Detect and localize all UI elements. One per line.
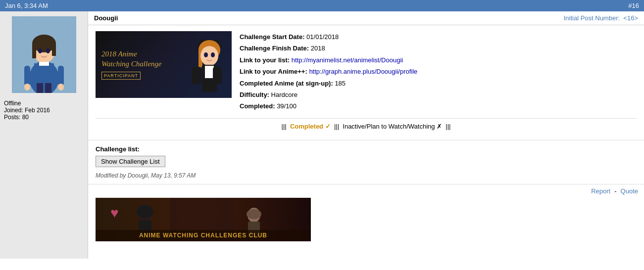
difficulty-value: Hardcore — [271, 91, 297, 98]
list-label: Link to your list: — [240, 56, 290, 64]
svg-point-26 — [211, 52, 215, 57]
svg-rect-18 — [37, 83, 43, 93]
main-container: Offline Joined: Feb 2016 Posts: 80 Dooug… — [0, 11, 644, 259]
challenge-details: Challenge Start Date: 01/01/2018 Challen… — [240, 31, 417, 112]
post-area: Doougii Initial Post Number: <16> 2018 A… — [88, 11, 644, 259]
completed-row: Completed: 39/100 — [240, 100, 417, 112]
svg-rect-29 — [192, 67, 201, 84]
challenge-list-label: Challenge list: — [96, 145, 637, 153]
banner-title: 2018 AnimeWatching Challenge — [101, 49, 176, 69]
svg-point-37 — [247, 209, 261, 219]
list-url-link[interactable]: http://myanimelist.net/animelist/Doougii — [292, 56, 403, 64]
top-bar: Jan 6, 3:34 AM #16 — [0, 0, 644, 11]
finish-date-value: 2018 — [311, 45, 325, 52]
banner-character — [182, 31, 232, 98]
legend-separator: ||| — [334, 123, 339, 130]
post-footer: Report - Quote — [88, 184, 644, 198]
initial-post-label: Initial Post Number: — [564, 14, 620, 22]
list-url-row: Link to your list: http://myanimelist.ne… — [240, 54, 417, 66]
start-date-label: Challenge Start Date: — [240, 33, 304, 41]
svg-rect-19 — [45, 83, 51, 93]
svg-rect-9 — [32, 44, 36, 58]
svg-rect-30 — [213, 67, 222, 84]
preview-banner-text: ANIME WATCHING CHALLENGES CLUB — [96, 232, 311, 239]
svg-rect-28 — [205, 66, 214, 78]
sidebar: Offline Joined: Feb 2016 Posts: 80 — [0, 11, 88, 259]
banner-background: 2018 AnimeWatching Challenge PaRTICIPaNT — [96, 31, 232, 98]
svg-point-11 — [38, 48, 42, 53]
difficulty-label: Difficulty: — [240, 91, 269, 98]
challenge-list-section: Challenge list: Show Challenge List Modi… — [88, 140, 644, 184]
completed-signup-value: 185 — [335, 80, 346, 87]
next-post-preview: ♥ — [88, 198, 644, 241]
svg-rect-10 — [52, 44, 56, 56]
post-number: #16 — [628, 2, 639, 9]
legend-completed-text: Completed ✓ — [290, 123, 331, 130]
svg-point-12 — [46, 48, 50, 53]
svg-point-17 — [58, 84, 64, 90]
anime-url-row: Link to your Anime++: http://graph.anime… — [240, 66, 417, 77]
svg-point-24 — [200, 46, 218, 66]
legend-bar: ||| Completed ✓ ||| Inactive/Plan to Wat… — [96, 118, 637, 134]
start-date-value: 01/01/2018 — [306, 33, 339, 41]
post-header: Doougii Initial Post Number: <16> — [88, 11, 644, 25]
svg-rect-6 — [34, 63, 54, 86]
datetime: Jan 6, 3:34 AM — [5, 2, 48, 9]
post-number-text: Initial Post Number: <16> — [564, 14, 638, 22]
completed-value: 39/100 — [277, 102, 297, 110]
show-challenge-list-button[interactable]: Show Challenge List — [96, 156, 165, 167]
challenge-banner: 2018 AnimeWatching Challenge PaRTICIPaNT — [96, 31, 232, 98]
svg-point-34 — [137, 205, 153, 218]
start-date-row: Challenge Start Date: 01/01/2018 — [240, 31, 417, 43]
completed-label: Completed: — [240, 102, 275, 110]
user-joined: Joined: Feb 2016 — [4, 107, 50, 114]
legend-inactive-text: Inactive/Plan to Watch/Watching ✗ — [343, 123, 442, 130]
preview-banner-inner: ♥ — [96, 198, 311, 241]
banner-badge: PaRTICIPaNT — [101, 72, 141, 80]
initial-post-value: <16> — [623, 14, 638, 22]
challenge-info-block: 2018 AnimeWatching Challenge PaRTICIPaNT — [96, 31, 637, 112]
svg-point-16 — [24, 84, 30, 90]
finish-date-label: Challenge Finish Date: — [240, 45, 309, 52]
finish-date-row: Challenge Finish Date: 2018 — [240, 43, 417, 54]
quote-link[interactable]: Quote — [621, 187, 638, 195]
completed-signup-row: Completed Anime (at sign-up): 185 — [240, 78, 417, 89]
modified-text: Modified by Doougii, May 13, 9:57 AM — [96, 172, 637, 179]
post-body: 2018 AnimeWatching Challenge PaRTICIPaNT — [88, 25, 644, 140]
completed-signup-label: Completed Anime (at sign-up): — [240, 80, 333, 87]
user-status-block: Offline Joined: Feb 2016 Posts: 80 — [4, 100, 50, 121]
legend-suffix: ||| — [446, 123, 450, 130]
svg-rect-13 — [39, 62, 49, 66]
footer-separator: - — [614, 187, 616, 195]
user-offline-status: Offline — [4, 100, 50, 107]
legend-prefix: ||| — [282, 123, 287, 130]
preview-banner: ♥ — [96, 198, 311, 241]
user-posts: Posts: 80 — [4, 114, 50, 121]
post-username: Doougii — [94, 14, 118, 22]
avatar — [12, 16, 76, 93]
report-link[interactable]: Report — [591, 187, 610, 195]
anime-label: Link to your Anime++: — [240, 68, 307, 75]
banner-text-area: 2018 AnimeWatching Challenge PaRTICIPaNT — [96, 45, 182, 84]
anime-url-link[interactable]: http://graph.anime.plus/Doougii/profile — [309, 68, 417, 75]
svg-point-25 — [204, 52, 208, 57]
difficulty-row: Difficulty: Hardcore — [240, 89, 417, 100]
svg-rect-14 — [24, 66, 30, 86]
svg-rect-15 — [58, 66, 64, 86]
